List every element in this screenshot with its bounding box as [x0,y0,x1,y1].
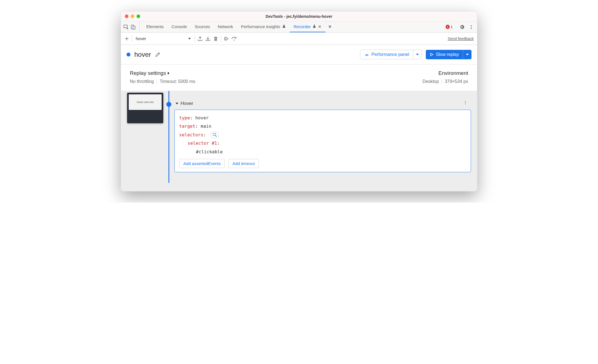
header-actions: Performance panel Slow replay [360,50,471,59]
step-actions: Add assertedEvents Add timeout [179,159,466,168]
svg-point-6 [234,40,235,40]
device-value: Desktop [422,79,439,84]
slow-replay-main[interactable]: Slow replay [426,50,463,59]
timeline-rail [163,91,174,183]
step-thumbnail[interactable]: Hover over me! [127,93,163,123]
settings-row: Replay settings No throttling Timeout: 5… [121,65,477,91]
svg-point-8 [465,101,466,102]
thumbnail-content: Hover over me! [129,94,162,110]
tab-sources[interactable]: Sources [191,21,214,32]
timeout-value: Timeout: 5000 ms [160,79,195,84]
svg-rect-11 [213,134,216,136]
traffic-lights [125,14,140,18]
step-type-row[interactable]: type: hover [179,114,466,122]
divider [132,35,132,42]
chevron-down-icon [188,38,191,40]
tab-network[interactable]: Network [214,21,237,32]
step-over-icon[interactable] [231,36,237,41]
dimensions-value: 379×534 px [445,79,468,84]
timeline-dot-icon [166,102,171,107]
svg-point-7 [366,55,367,56]
error-badge[interactable]: 1 [444,24,455,29]
tab-recorder[interactable]: Recorder ✕ [290,21,326,32]
settings-gear-icon[interactable] [459,24,465,30]
svg-point-10 [465,104,466,105]
tab-console[interactable]: Console [168,21,191,32]
more-tabs-icon[interactable] [325,25,334,29]
slow-replay-button: Slow replay [426,50,471,59]
replay-settings-toggle[interactable]: Replay settings [130,70,406,76]
maximize-window-icon[interactable] [137,14,140,18]
divider [442,79,442,84]
new-recording-icon[interactable] [124,36,129,41]
svg-rect-2 [133,26,135,29]
add-timeout-button[interactable]: Add timeout [228,159,259,168]
send-feedback-link[interactable]: Send feedback [448,36,474,41]
tab-close-icon[interactable]: ✕ [318,24,322,29]
tabbar-right: 1 [444,24,475,30]
selector-value-row[interactable]: #clickable [179,148,466,156]
kebab-menu-icon[interactable] [469,24,474,29]
divider [195,35,195,42]
step-selectors-row[interactable]: selectors: [179,131,466,139]
environment-title: Environment [422,70,468,76]
performance-panel-drop[interactable] [413,50,422,59]
continue-icon[interactable] [223,36,229,41]
gauge-icon [364,52,369,57]
divider [157,79,157,84]
performance-panel-main[interactable]: Performance panel [360,50,413,59]
recording-selector-value: hover [136,36,146,41]
chevron-down-icon [466,54,469,55]
close-window-icon[interactable] [125,14,128,18]
tabbar: Elements Console Sources Network Perform… [121,21,477,33]
svg-point-9 [465,102,466,103]
svg-rect-0 [124,25,127,28]
chevron-down-icon [416,54,419,55]
step-kebab-icon[interactable] [461,100,470,106]
recorder-toolbar: hover Send feedback [121,33,477,45]
timeline-area: Hover over me! Hover type: hover target:… [121,91,477,191]
svg-point-4 [471,26,471,27]
svg-point-3 [471,25,471,26]
step-title: Hover [181,101,193,106]
step-card: Hover type: hover target: main selectors… [174,99,471,183]
minimize-window-icon[interactable] [131,14,134,18]
error-icon [446,25,450,29]
delete-icon[interactable] [213,36,218,41]
throttling-value: No throttling [130,79,154,84]
chevron-right-icon [168,72,169,75]
pick-selector-icon[interactable] [211,132,219,138]
status-dot-icon [127,53,130,56]
devtools-window: DevTools - jec.fyi/demo/menu-hover Eleme… [121,11,477,191]
play-icon [430,53,434,56]
step-body: type: hover target: main selectors: sele… [174,110,471,172]
titlebar: DevTools - jec.fyi/demo/menu-hover [121,11,477,21]
performance-panel-button: Performance panel [360,50,422,59]
recording-title: hover [134,51,151,58]
add-asserted-events-button[interactable]: Add assertedEvents [179,159,225,168]
flask-icon [312,24,316,29]
recorder-header: hover Performance panel Slow replay [121,45,477,65]
svg-point-5 [471,28,471,29]
selector-label-row[interactable]: selector #1: [179,139,466,147]
step-target-row[interactable]: target: main [179,122,466,131]
tabbar-tools [123,21,140,32]
device-toggle-icon[interactable] [130,24,136,30]
chevron-down-icon [176,103,178,104]
import-icon[interactable] [205,36,211,41]
export-icon[interactable] [197,36,203,41]
recording-selector[interactable]: hover [134,36,193,41]
tab-performance-insights[interactable]: Performance insights [237,21,290,32]
window-title: DevTools - jec.fyi/demo/menu-hover [121,14,477,19]
divider [221,35,221,42]
inspect-icon[interactable] [123,24,129,30]
edit-title-icon[interactable] [155,52,161,57]
step-header[interactable]: Hover [174,99,471,110]
flask-icon [282,24,286,29]
error-count: 1 [451,25,453,29]
tab-elements[interactable]: Elements [142,21,168,32]
slow-replay-drop[interactable] [463,50,471,59]
